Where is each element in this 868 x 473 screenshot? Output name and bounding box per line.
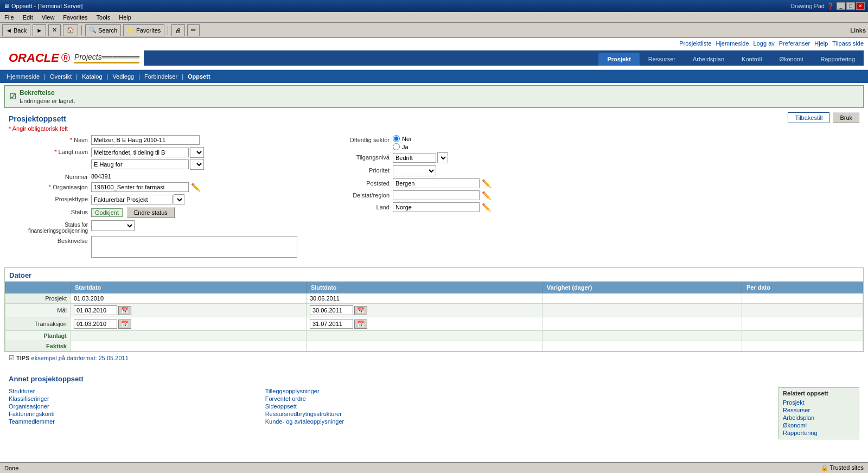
langt-navn-select[interactable]: [190, 147, 204, 158]
sub-nav-katalog[interactable]: Katalog: [80, 72, 104, 81]
tab-rapportering[interactable]: Rapportering: [812, 53, 864, 66]
close-button[interactable]: ✕: [856, 2, 865, 10]
back-button[interactable]: ◄ Back: [2, 24, 30, 36]
related-rapportering[interactable]: Rapportering: [783, 429, 854, 437]
top-link-loggav[interactable]: Logg av: [754, 40, 775, 47]
radio-nei[interactable]: Nei: [393, 135, 411, 142]
link-organisasjoner[interactable]: Organisasjoner: [9, 402, 257, 410]
organisasjon-input[interactable]: [91, 182, 189, 192]
prioritet-select[interactable]: [393, 165, 436, 176]
forward-button[interactable]: ►: [33, 24, 46, 36]
minimize-button[interactable]: _: [837, 2, 845, 10]
tips-link[interactable]: eksempel på datoformat: 25.05.2011: [31, 355, 129, 361]
top-link-tilpass[interactable]: Tilpass side: [832, 40, 864, 47]
maal-enddate-input[interactable]: [310, 305, 353, 315]
transaksjon-enddate-input[interactable]: [310, 319, 353, 329]
delstat-input[interactable]: [393, 190, 480, 200]
prosjekttype-row: Prosjekttype: [4, 194, 297, 205]
bruk-button[interactable]: Bruk: [833, 112, 859, 123]
poststed-input[interactable]: [393, 178, 480, 188]
top-link-hjelp[interactable]: Hjelp: [814, 40, 828, 47]
link-tilleggsopplysninger[interactable]: Tilleggsopplysninger: [265, 387, 513, 395]
prosjekttype-select[interactable]: [174, 194, 184, 205]
endre-status-button[interactable]: Endre status: [127, 207, 175, 218]
related-prosjekt[interactable]: Prosjekt: [783, 399, 854, 406]
link-kunde-avtale[interactable]: Kunde- og avtaleopplysninger: [265, 418, 513, 425]
tab-okonomi[interactable]: Økonomi: [770, 53, 812, 66]
tilbakestill-button[interactable]: Tilbakestill: [788, 112, 829, 123]
transaksjon-startdate-input[interactable]: [74, 319, 117, 329]
menu-tools[interactable]: Tools: [94, 14, 113, 21]
print-icon: 🖨: [175, 27, 181, 34]
sub-nav-hjemmeside[interactable]: Hjemmeside: [4, 72, 42, 81]
tab-ressurser[interactable]: Ressurser: [640, 53, 684, 66]
maximize-button[interactable]: □: [846, 2, 855, 10]
maal-duration: [542, 304, 742, 317]
tab-arbeidsplan[interactable]: Arbeidsplan: [684, 53, 733, 66]
favorites-button[interactable]: ⭐ Favorites: [123, 24, 164, 36]
link-sideoppsett[interactable]: Sideoppsett: [265, 402, 513, 410]
menu-favorites[interactable]: Favorites: [61, 14, 90, 21]
related-okonomi[interactable]: Økonomi: [783, 421, 854, 429]
row-label-maal: Mål: [5, 304, 71, 317]
transaksjon-enddate-cal[interactable]: 📅: [354, 319, 367, 329]
delstat-search-icon[interactable]: ✏️: [481, 191, 492, 200]
land-search-icon[interactable]: ✏️: [481, 203, 492, 212]
radio-nei-label: Nei: [402, 136, 411, 142]
edit-button[interactable]: ✏: [187, 24, 200, 36]
menu-edit[interactable]: Edit: [21, 14, 35, 21]
langt-navn-input-1[interactable]: [91, 148, 189, 157]
search-button[interactable]: 🔍 Search: [85, 24, 121, 36]
poststed-search-icon[interactable]: ✏️: [481, 179, 492, 188]
delstat-row: Delstat/region ✏️: [306, 190, 864, 200]
home-icon: 🏠: [67, 27, 74, 34]
sub-nav-oppsett[interactable]: Oppsett: [186, 72, 213, 81]
beskrivelse-textarea[interactable]: [91, 236, 297, 258]
tilgangsnivaa-select[interactable]: Bedrift: [437, 152, 448, 163]
menu-file[interactable]: File: [2, 14, 16, 21]
prosjekttype-input[interactable]: [91, 195, 173, 204]
menu-help[interactable]: Help: [117, 14, 133, 21]
link-strukturer[interactable]: Strukturer: [9, 387, 257, 395]
links-label: Links: [850, 27, 866, 34]
top-link-hjemmeside[interactable]: Hjemmeside: [716, 40, 749, 47]
organisasjon-search-icon[interactable]: ✏️: [190, 183, 201, 191]
link-forventet-ordre[interactable]: Forventet ordre: [265, 395, 513, 402]
sub-nav-vedlegg[interactable]: Vedlegg: [110, 72, 136, 81]
sub-nav-forbindelser[interactable]: Forbindelser: [142, 72, 180, 81]
edit-icon: ✏: [191, 27, 196, 34]
radio-nei-input[interactable]: [393, 135, 400, 142]
navn-input[interactable]: [91, 135, 200, 145]
tilgangsnivaa-label: Tilgangsnivå: [306, 152, 393, 161]
maal-startdate-input[interactable]: [74, 305, 117, 315]
maal-startdate-cal[interactable]: 📅: [118, 306, 131, 315]
langt-navn-select-2[interactable]: [190, 159, 204, 170]
top-link-prosjektliste[interactable]: Prosjektliste: [679, 40, 711, 47]
radio-ja[interactable]: Ja: [393, 143, 411, 150]
langt-navn-input-2[interactable]: [91, 159, 189, 169]
finansiering-select[interactable]: [91, 220, 135, 231]
top-link-preferanser[interactable]: Preferanser: [779, 40, 810, 47]
link-faktureringskonti[interactable]: Faktureringskonti: [9, 410, 257, 418]
land-input[interactable]: [393, 202, 480, 212]
tab-kontroll[interactable]: Kontroll: [733, 53, 770, 66]
sub-nav-oversikt[interactable]: Oversikt: [48, 72, 74, 81]
stop-button[interactable]: ✕: [48, 24, 61, 36]
maal-enddate-cal[interactable]: 📅: [354, 306, 367, 315]
transaksjon-startdate-cal[interactable]: 📅: [118, 319, 131, 329]
transaksjon-enddate-cell: 📅: [306, 317, 542, 331]
home-button[interactable]: 🏠: [63, 24, 78, 36]
link-klassifiseringer[interactable]: Klassifiseringer: [9, 395, 257, 402]
link-teammedlemmer[interactable]: Teammedlemmer: [9, 418, 257, 425]
tab-prosjekt[interactable]: Prosjekt: [598, 53, 639, 66]
print-button[interactable]: 🖨: [171, 24, 185, 36]
dates-col-sluttdato: Sluttdato: [306, 282, 542, 293]
related-ressurser[interactable]: Ressurser: [783, 406, 854, 414]
prosjekt-duration: [542, 293, 742, 304]
related-arbeidsplan[interactable]: Arbeidsplan: [783, 414, 854, 421]
radio-ja-input[interactable]: [393, 143, 400, 150]
tilgangsnivaa-input[interactable]: [393, 153, 436, 163]
menu-view[interactable]: View: [40, 14, 57, 21]
link-ressursnedbrytngsstrukturer[interactable]: Ressursnedbrytngsstrukturer: [265, 410, 513, 418]
planlagt-duration: [542, 331, 742, 341]
